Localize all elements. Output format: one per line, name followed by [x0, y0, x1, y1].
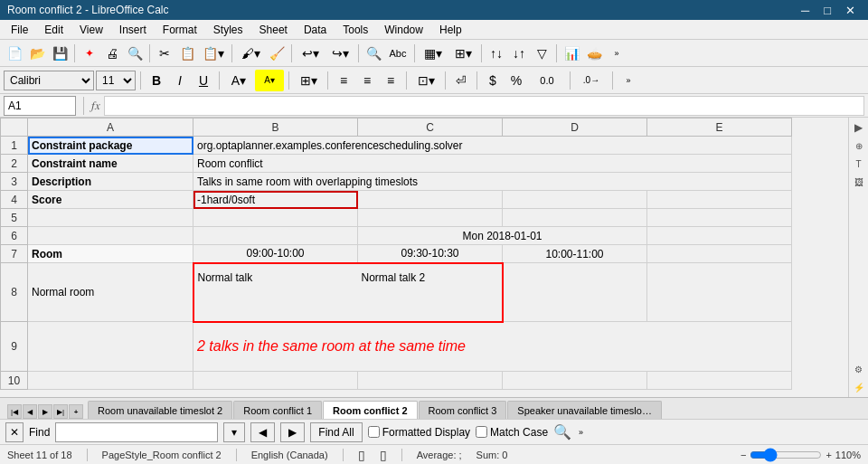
col-header-b[interactable]: B: [193, 118, 358, 137]
print-preview[interactable]: 🔍: [124, 43, 146, 64]
border-button[interactable]: ⊞▾: [294, 70, 323, 91]
sheet-tab-room-conflict-3[interactable]: Room conflict 3: [419, 401, 507, 419]
find-text-input[interactable]: [55, 422, 218, 442]
sheet-tab-room-conflict-1[interactable]: Room conflict 1: [233, 401, 322, 419]
font-name-select[interactable]: Calibri: [4, 71, 94, 90]
cell-a6[interactable]: [28, 227, 193, 245]
find-prev-button[interactable]: ◀: [250, 422, 275, 442]
menu-sheet[interactable]: Sheet: [252, 22, 295, 38]
cell-d8[interactable]: [503, 263, 647, 322]
cell-a9[interactable]: [28, 322, 193, 372]
cell-c5[interactable]: [358, 209, 503, 227]
minimize-button[interactable]: ─: [796, 4, 815, 17]
currency-button[interactable]: $: [482, 70, 504, 91]
cell-e7[interactable]: [647, 245, 792, 263]
chart-button[interactable]: 📊: [561, 43, 582, 64]
formula-input[interactable]: [104, 96, 864, 116]
zoom-slider[interactable]: [750, 448, 822, 462]
col-row-button[interactable]: ⊞▾: [448, 43, 477, 64]
more-fmt[interactable]: »: [618, 70, 639, 91]
cell-b2[interactable]: Room conflict: [193, 155, 792, 173]
sheet-tab-room-conflict-2[interactable]: Room conflict 2: [323, 401, 418, 419]
sort-desc[interactable]: ↓↑: [508, 43, 530, 64]
merge-button[interactable]: ⊡▾: [411, 70, 440, 91]
spelling-button[interactable]: Abc: [385, 43, 410, 64]
menu-file[interactable]: File: [4, 22, 35, 38]
format-paint[interactable]: 🖌▾: [236, 43, 265, 64]
increase-decimal[interactable]: .0→: [575, 70, 608, 91]
tab-nav-last[interactable]: ▶|: [53, 404, 68, 419]
menu-format[interactable]: Format: [156, 22, 204, 38]
menu-insert[interactable]: Insert: [112, 22, 154, 38]
more-btn[interactable]: »: [606, 43, 627, 64]
open-button[interactable]: 📂: [26, 43, 48, 64]
cell-e6[interactable]: [647, 227, 792, 245]
cell-c8[interactable]: Normal talk 2: [358, 263, 503, 322]
sheet-tab-speaker-unavailable[interactable]: Speaker unavailable timeslo…: [507, 401, 662, 419]
tab-nav-first[interactable]: |◀: [7, 404, 22, 419]
clear-format[interactable]: 🧹: [266, 43, 288, 64]
highlight-button[interactable]: A▾: [255, 70, 284, 91]
col-header-c[interactable]: C: [358, 118, 503, 137]
cell-a4[interactable]: Score: [28, 191, 193, 209]
menu-edit[interactable]: Edit: [37, 22, 71, 38]
cell-c4[interactable]: [358, 191, 503, 209]
cell-b1[interactable]: org.optaplanner.examples.conferencesched…: [193, 137, 792, 155]
col-header-d[interactable]: D: [503, 118, 647, 137]
undo-button[interactable]: ↩▾: [296, 43, 325, 64]
cell-e8[interactable]: [647, 263, 792, 322]
copy-button[interactable]: 📋: [176, 43, 198, 64]
cell-b5[interactable]: [193, 209, 358, 227]
menu-window[interactable]: Window: [377, 22, 430, 38]
cell-d5[interactable]: [503, 209, 647, 227]
cell-a7[interactable]: Room: [28, 245, 193, 263]
col-header-e[interactable]: E: [647, 118, 792, 137]
cell-a10[interactable]: [28, 372, 193, 390]
match-case-checkbox[interactable]: [476, 426, 487, 438]
cell-c6[interactable]: Mon 2018-01-01: [358, 227, 647, 245]
sidebar-styles[interactable]: ▶: [851, 119, 867, 136]
cell-e10[interactable]: [647, 372, 792, 390]
print-button[interactable]: 🖨: [101, 43, 123, 64]
findbar-more-btn[interactable]: »: [579, 428, 583, 437]
cell-b6[interactable]: [193, 227, 358, 245]
cell-b9-annotation[interactable]: 2 talks in the same room at the same tim…: [193, 322, 792, 372]
menu-help[interactable]: Help: [432, 22, 469, 38]
maximize-button[interactable]: □: [818, 4, 836, 17]
tab-nav-prev[interactable]: ◀: [23, 404, 37, 419]
findbar-close-button[interactable]: ✕: [5, 422, 24, 442]
cell-e5[interactable]: [647, 209, 792, 227]
cut-button[interactable]: ✂: [154, 43, 175, 64]
percent-button[interactable]: %: [505, 70, 527, 91]
paste-button[interactable]: 📋▾: [199, 43, 228, 64]
sidebar-macro[interactable]: ⚡: [851, 379, 867, 395]
redo-button[interactable]: ↪▾: [326, 43, 354, 64]
cell-b7[interactable]: 09:00-10:00: [193, 245, 358, 263]
menu-view[interactable]: View: [72, 22, 110, 38]
cell-e4[interactable]: [647, 191, 792, 209]
tab-nav-next[interactable]: ▶: [38, 404, 52, 419]
match-case-check[interactable]: Match Case: [476, 426, 548, 439]
cell-d7[interactable]: 10:00-11:00: [503, 245, 647, 263]
cell-a8[interactable]: Normal room: [28, 263, 193, 322]
menu-tools[interactable]: Tools: [335, 22, 375, 38]
close-button[interactable]: ✕: [840, 4, 861, 17]
table-button[interactable]: ▦▾: [419, 43, 448, 64]
cell-b8[interactable]: Normal talk: [193, 263, 358, 322]
cell-b4[interactable]: -1hard/0soft ↓: [193, 191, 358, 209]
cell-d4[interactable]: [503, 191, 647, 209]
wrap-text[interactable]: ⏎: [450, 70, 472, 91]
font-color-button[interactable]: A▾: [224, 70, 253, 91]
cell-a2[interactable]: Constraint name: [28, 155, 193, 173]
align-left[interactable]: ≡: [333, 70, 354, 91]
sidebar-navigator[interactable]: ⊕: [851, 137, 867, 154]
find-all-button[interactable]: Find All: [310, 422, 362, 442]
save-button[interactable]: 💾: [49, 43, 71, 64]
cell-reference-input[interactable]: [4, 96, 76, 116]
cell-d10[interactable]: [503, 372, 647, 390]
sidebar-gallery[interactable]: 🖼: [851, 174, 867, 190]
sheet-tab-room-unavailable[interactable]: Room unavailable timeslot 2: [88, 401, 232, 419]
new-button[interactable]: 📄: [4, 43, 25, 64]
find-button[interactable]: 🔍: [363, 43, 384, 64]
align-right[interactable]: ≡: [380, 70, 401, 91]
